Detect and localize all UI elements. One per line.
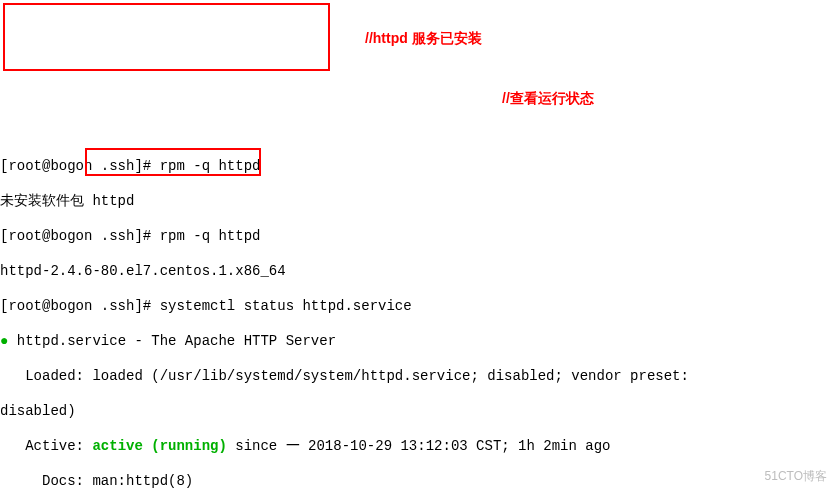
- annotation-service-installed: //httpd 服务已安装: [365, 30, 482, 48]
- loaded-line: Loaded: loaded (/usr/lib/systemd/system/…: [0, 368, 833, 386]
- highlight-rpm-box: [3, 3, 330, 71]
- prompt-line: [root@bogon .ssh]# systemctl status http…: [0, 298, 833, 316]
- docs-line: Docs: man:httpd(8): [0, 473, 833, 491]
- prompt-line: [root@bogon .ssh]# rpm -q httpd: [0, 228, 833, 246]
- service-header: ● httpd.service - The Apache HTTP Server: [0, 333, 833, 351]
- output-package-version: httpd-2.4.6-80.el7.centos.1.x86_64: [0, 263, 833, 281]
- active-since: since 一 2018-10-29 13:12:03 CST; 1h 2min…: [227, 438, 611, 454]
- disabled-line: disabled): [0, 403, 833, 421]
- annotation-check-status: //查看运行状态: [502, 90, 594, 108]
- output-not-installed: 未安装软件包 httpd: [0, 193, 833, 211]
- active-running: active (running): [92, 438, 226, 454]
- active-label: Active:: [0, 438, 92, 454]
- service-title: httpd.service - The Apache HTTP Server: [17, 333, 336, 349]
- watermark: 51CTO博客: [765, 469, 827, 484]
- prompt-line: [root@bogon .ssh]# rpm -q httpd: [0, 158, 833, 176]
- active-line: Active: active (running) since 一 2018-10…: [0, 438, 833, 456]
- status-dot-icon: ●: [0, 333, 17, 349]
